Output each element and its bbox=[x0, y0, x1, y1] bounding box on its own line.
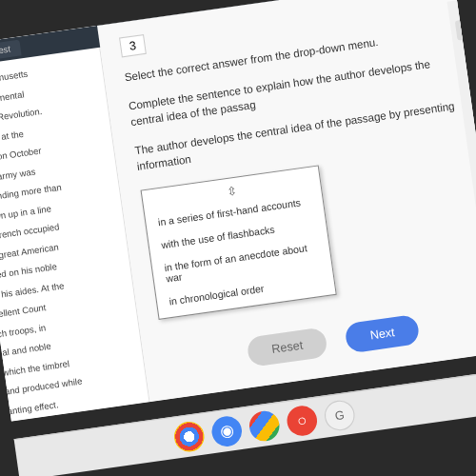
question-panel: 3 Select the correct answer from the dro… bbox=[97, 0, 476, 402]
dropdown-container: ⇳ in a series of first-hand accounts wit… bbox=[140, 143, 476, 320]
app-window: Mastery Test ⤢ orktown is a Massachusett… bbox=[0, 0, 476, 424]
content-area: ⤢ orktown is a Massachusetts in the Cont… bbox=[0, 0, 476, 424]
next-button[interactable]: Next bbox=[345, 313, 421, 353]
chrome-icon[interactable] bbox=[172, 419, 207, 453]
app-icon[interactable]: ○ bbox=[285, 404, 319, 438]
button-row: Reset Next bbox=[163, 302, 476, 379]
app-icon[interactable]: G bbox=[323, 398, 357, 432]
app-icon[interactable] bbox=[248, 408, 282, 443]
sidebar-tool-icon[interactable]: ⋯ bbox=[455, 18, 476, 41]
app-icon[interactable]: ◉ bbox=[209, 414, 244, 448]
reset-button[interactable]: Reset bbox=[246, 327, 328, 367]
answer-dropdown[interactable]: ⇳ in a series of first-hand accounts wit… bbox=[140, 165, 336, 320]
question-number: 3 bbox=[119, 34, 147, 57]
